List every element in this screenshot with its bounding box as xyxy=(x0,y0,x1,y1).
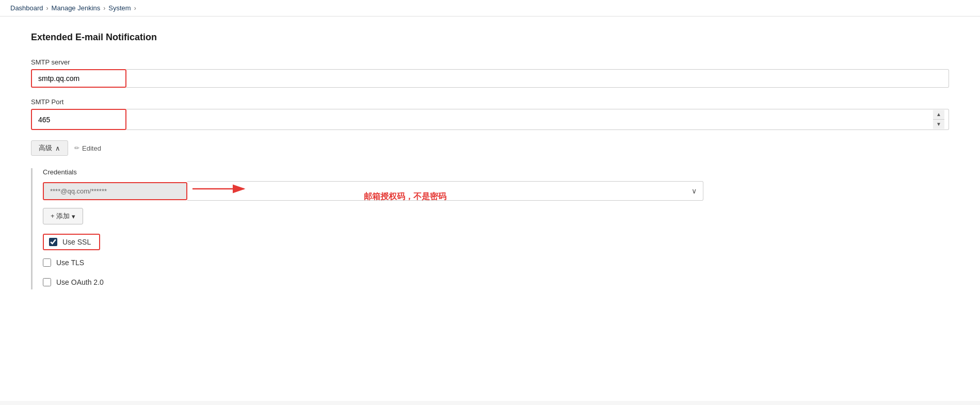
breadcrumb-dashboard[interactable]: Dashboard xyxy=(10,4,43,12)
breadcrumb-system[interactable]: System xyxy=(108,4,131,12)
credentials-input-row: ****@qq.com/****** ∨ xyxy=(43,181,703,201)
use-oauth-checkbox[interactable] xyxy=(43,278,51,286)
smtp-server-label: SMTP server xyxy=(31,58,949,66)
credentials-dropdown-rest[interactable]: ∨ xyxy=(187,181,703,201)
use-oauth-label: Use OAuth 2.0 xyxy=(56,278,104,286)
extended-port-spinner[interactable]: ▲ ▼ xyxy=(933,110,944,129)
smtp-port-group: SMTP Port ▲ ▼ ▲ ▼ xyxy=(31,98,949,130)
breadcrumb-bar: Dashboard › Manage Jenkins › System › xyxy=(0,0,980,17)
use-tls-label: Use TLS xyxy=(56,258,84,267)
advanced-button[interactable]: 高级 ∧ xyxy=(31,140,68,156)
smtp-server-extended-input[interactable] xyxy=(126,69,949,88)
credentials-row-container: ****@qq.com/****** ∨ 邮箱授权码，不是密码 xyxy=(43,181,949,201)
credentials-dropdown-arrow: ∨ xyxy=(692,187,697,195)
main-content: Extended E-mail Notification SMTP server… xyxy=(0,17,980,401)
use-ssl-checkbox[interactable] xyxy=(49,238,57,246)
use-tls-checkbox[interactable] xyxy=(43,258,51,267)
section-title: Extended E-mail Notification xyxy=(31,32,949,43)
breadcrumb-sep-3: › xyxy=(134,5,136,12)
advanced-row: 高级 ∧ ✏ Edited xyxy=(31,140,949,156)
smtp-port-input[interactable] xyxy=(32,111,126,128)
breadcrumb-manage-jenkins[interactable]: Manage Jenkins xyxy=(52,4,101,12)
breadcrumb-sep-2: › xyxy=(103,5,105,12)
add-label: + 添加 xyxy=(51,212,70,221)
credentials-select-box[interactable]: ****@qq.com/****** xyxy=(43,182,187,200)
chevron-up-icon: ∧ xyxy=(55,144,60,152)
advanced-label: 高级 xyxy=(39,143,52,153)
add-dropdown-icon: ▾ xyxy=(72,213,75,220)
credentials-label: Credentials xyxy=(43,168,949,176)
ext-spinner-down[interactable]: ▼ xyxy=(933,120,944,129)
use-ssl-label: Use SSL xyxy=(62,238,91,246)
credentials-section: Credentials ****@qq.com/****** ∨ xyxy=(31,168,949,289)
smtp-server-input[interactable] xyxy=(31,69,126,88)
smtp-server-group: SMTP server xyxy=(31,58,949,88)
ext-spinner-up[interactable]: ▲ xyxy=(933,110,944,120)
add-credentials-button[interactable]: + 添加 ▾ xyxy=(43,208,83,224)
smtp-port-container: ▲ ▼ xyxy=(31,109,126,130)
use-ssl-group: Use SSL xyxy=(43,234,100,250)
edited-label: Edited xyxy=(82,144,101,152)
breadcrumb-sep-1: › xyxy=(46,5,49,12)
use-tls-group: Use TLS xyxy=(43,255,92,270)
credentials-value: ****@qq.com/****** xyxy=(44,183,186,199)
pencil-icon: ✏ xyxy=(74,144,79,152)
edited-indicator: ✏ Edited xyxy=(74,144,101,152)
use-oauth-group: Use OAuth 2.0 xyxy=(43,275,112,289)
smtp-port-label: SMTP Port xyxy=(31,98,949,106)
